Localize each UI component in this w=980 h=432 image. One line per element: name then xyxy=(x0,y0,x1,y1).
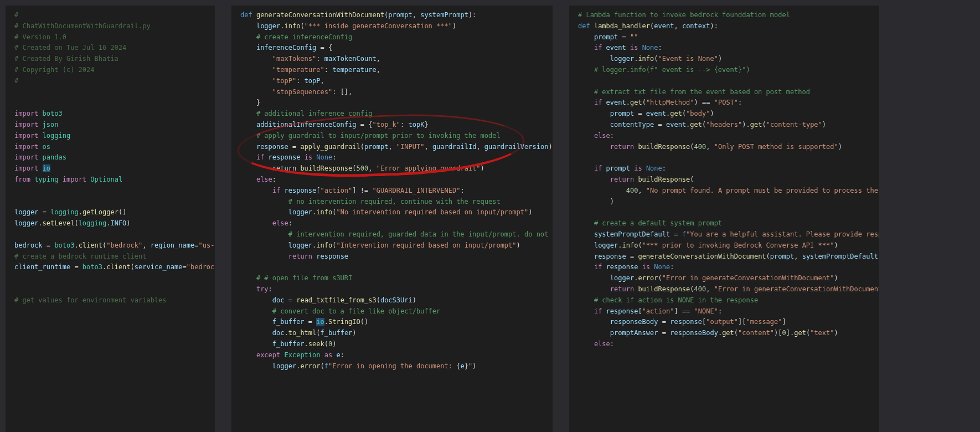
editor-pane-3[interactable]: # Lambda function to invoke bedrock foun… xyxy=(569,6,879,432)
code-block-3[interactable]: # Lambda function to invoke bedrock foun… xyxy=(569,6,879,354)
comment: # xyxy=(14,11,18,19)
import-module: logging xyxy=(43,132,71,140)
import-module: os xyxy=(43,143,50,151)
editor-pane-2[interactable]: def generateConversationWithDocument(pro… xyxy=(231,6,553,432)
comment: # get values for environment variables xyxy=(14,296,167,304)
comment: # create a bedrock runtime client xyxy=(14,253,146,260)
import-module: json xyxy=(43,121,59,128)
comment: # xyxy=(14,77,18,85)
comment: # Version 1.0 xyxy=(14,33,66,41)
comment: # Copyright (c) 2024 xyxy=(14,66,95,74)
comment: # ChatWithDocumentWithGuardrail.py xyxy=(14,22,151,30)
code-block-1[interactable]: # # ChatWithDocumentWithGuardrail.py # V… xyxy=(6,6,215,311)
comment: # Created on Tue Jul 16 2024 xyxy=(14,44,126,52)
import-module: pandas xyxy=(43,153,66,161)
import-module-selected: io xyxy=(43,164,50,172)
comment: # Created By Girish Bhatia xyxy=(14,55,118,63)
code-block-2[interactable]: def generateConversationWithDocument(pro… xyxy=(231,6,553,376)
import-module: boto3 xyxy=(43,110,63,117)
editor-pane-1[interactable]: # # ChatWithDocumentWithGuardrail.py # V… xyxy=(6,6,215,432)
